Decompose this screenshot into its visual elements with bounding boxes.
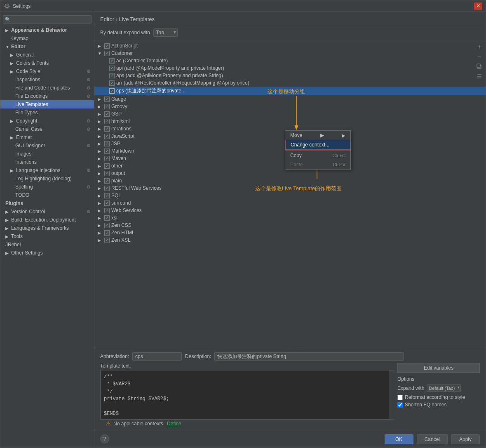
chk-gsp[interactable]	[104, 111, 110, 117]
tree-item-ac[interactable]: ac (Controler Template)	[94, 57, 486, 64]
remove-template-button[interactable]: －	[475, 52, 484, 61]
sidebar-item-colors-fonts[interactable]: ▶ Colors & Fonts	[0, 59, 94, 67]
help-button[interactable]: ?	[100, 434, 109, 443]
tree-item-output[interactable]: ▶ output	[94, 170, 486, 177]
chk-markdown[interactable]	[104, 149, 110, 154]
chk-customer[interactable]	[104, 51, 110, 56]
sidebar-item-log-highlighting[interactable]: Log Highlighting (Ideolog)	[0, 174, 94, 183]
sidebar-item-spelling[interactable]: Spelling ⚙	[0, 183, 94, 191]
sidebar-item-languages[interactable]: ▶ Languages & Frameworks	[0, 224, 94, 232]
sidebar-item-inspections[interactable]: Inspections ⚙	[0, 75, 94, 84]
chk-zen-xsl[interactable]	[104, 238, 110, 243]
edit-variables-button[interactable]: Edit variables	[397, 363, 480, 373]
editor-scrollbar[interactable]	[390, 370, 394, 420]
sidebar-item-file-types[interactable]: File Types	[0, 108, 94, 117]
sidebar-item-emmet[interactable]: ▶ Emmet	[0, 133, 94, 141]
tree-item-html-xml[interactable]: ▶ html/xml	[94, 118, 486, 125]
tree-item-sql[interactable]: ▶ SQL	[94, 192, 486, 199]
tree-item-groovy[interactable]: ▶ Groovy	[94, 103, 486, 110]
chk-surround[interactable]	[104, 200, 110, 206]
sidebar-item-file-templates[interactable]: File and Code Templates ⚙	[0, 84, 94, 92]
chk-zen-css[interactable]	[104, 223, 110, 228]
sidebar-item-appearance[interactable]: ▶ Appearance & Behavior	[0, 26, 94, 34]
sidebar-item-code-style[interactable]: ▶ Code Style ⚙	[0, 67, 94, 75]
tree-item-gsp[interactable]: ▶ GSP	[94, 110, 486, 118]
chk-sql[interactable]	[104, 193, 110, 198]
expand-select[interactable]: Tab Enter Space	[153, 28, 178, 37]
template-settings-button[interactable]	[475, 72, 484, 81]
sidebar-item-jrebel[interactable]: JRebel	[0, 241, 94, 249]
sidebar-item-editor[interactable]: ▼ Editor	[0, 42, 94, 51]
sidebar-item-other-settings[interactable]: ▶ Other Settings	[0, 249, 94, 257]
chk-actionscript[interactable]	[104, 43, 110, 49]
tri-customer: ▼	[98, 51, 103, 56]
tree-item-xsl[interactable]: ▶ xsl	[94, 214, 486, 222]
abbr-input[interactable]	[132, 352, 182, 361]
sidebar-item-plugins[interactable]: Plugins	[0, 199, 94, 207]
chk-xsl[interactable]	[104, 215, 110, 221]
sidebar-item-lang-injections[interactable]: ▶ Language Injections ⚙	[0, 166, 94, 174]
sidebar-item-build[interactable]: ▶ Build, Execution, Deployment	[0, 216, 94, 224]
tree-item-zen-css[interactable]: ▶ Zen CSS	[94, 222, 486, 229]
tree-item-surround[interactable]: ▶ surround	[94, 199, 486, 207]
chk-jsp[interactable]	[104, 141, 110, 146]
chk-js[interactable]	[104, 134, 110, 139]
chk-aps[interactable]	[109, 73, 115, 78]
tree-item-plain[interactable]: ▶ plain	[94, 177, 486, 184]
sidebar-item-todo[interactable]: TODO	[0, 191, 94, 199]
close-button[interactable]: ✕	[474, 2, 482, 10]
reformat-checkbox[interactable]	[397, 395, 403, 400]
ctx-copy[interactable]: Copy Ctrl+C	[285, 151, 350, 160]
sidebar-item-file-encodings[interactable]: File Encodings ⚙	[0, 92, 94, 100]
sidebar-item-version-control[interactable]: ▶ Version Control ⚙	[0, 207, 94, 216]
tree-item-gauge[interactable]: ▶ Gauge	[94, 95, 486, 103]
chk-groovy[interactable]	[104, 104, 110, 109]
chk-cps[interactable]	[109, 88, 115, 94]
expand-with-select[interactable]: Default (Tab) Tab Enter Space	[427, 384, 461, 392]
copy-template-button[interactable]	[475, 62, 484, 71]
chk-api[interactable]	[109, 66, 115, 71]
sidebar-item-copyright[interactable]: ▶ Copyright ⚙	[0, 117, 94, 125]
sidebar-item-tools[interactable]: ▶ Tools	[0, 232, 94, 241]
sidebar-item-live-templates[interactable]: Live Templates	[0, 100, 94, 108]
template-editor[interactable]: /** * $VAR2$ */ private String $VAR2$; $…	[100, 370, 390, 420]
chk-other[interactable]	[104, 163, 110, 169]
sidebar-item-general[interactable]: ▶ General	[0, 51, 94, 59]
tree-item-customer[interactable]: ▼ Customer	[94, 50, 486, 57]
tree-item-api[interactable]: api (add @ApiModelProperty and private I…	[94, 64, 486, 72]
sidebar-item-camel-case[interactable]: Camel Case ⚙	[0, 125, 94, 133]
tree-item-zen-html[interactable]: ▶ Zen HTML	[94, 229, 486, 236]
chk-maven[interactable]	[104, 156, 110, 161]
chk-iterations[interactable]	[104, 126, 110, 132]
tree-item-web-services[interactable]: ▶ Web Services	[94, 207, 486, 214]
desc-input[interactable]	[214, 352, 404, 361]
search-box[interactable]: 🔍	[3, 15, 92, 24]
chk-output[interactable]	[104, 171, 110, 176]
chk-zen-html[interactable]	[104, 230, 110, 236]
tree-item-actionscript[interactable]: ▶ ActionScript	[94, 42, 486, 50]
apply-button[interactable]: Apply	[451, 434, 480, 444]
tree-item-arr[interactable]: arr (add @RestController @RequestMapping…	[94, 79, 486, 87]
tree-item-aps[interactable]: aps (add @ApiModelProperty and private S…	[94, 72, 486, 79]
sidebar-item-images[interactable]: Images	[0, 150, 94, 158]
shorten-checkbox[interactable]	[397, 402, 403, 408]
search-input[interactable]	[12, 17, 89, 22]
ctx-change-context[interactable]: Change context...	[285, 140, 350, 150]
tree-item-zen-xsl[interactable]: ▶ Zen XSL	[94, 236, 486, 244]
sidebar-item-intentions[interactable]: Intentions	[0, 158, 94, 166]
chk-ws[interactable]	[104, 208, 110, 213]
ctx-move[interactable]: Move ▶	[285, 131, 350, 140]
chk-arr[interactable]	[109, 80, 115, 86]
chk-gauge[interactable]	[104, 97, 110, 102]
chk-ac[interactable]	[109, 58, 115, 64]
add-template-button[interactable]: ＋	[475, 42, 484, 51]
chk-plain[interactable]	[104, 178, 110, 184]
ok-button[interactable]: OK	[385, 434, 413, 444]
chk-restful[interactable]	[104, 186, 110, 191]
sidebar-item-keymap[interactable]: Keymap	[0, 34, 94, 42]
define-link[interactable]: Define	[167, 421, 181, 427]
chk-html[interactable]	[104, 119, 110, 124]
sidebar-item-gui-designer[interactable]: GUI Designer ⚙	[0, 141, 94, 150]
cancel-button[interactable]: Cancel	[417, 434, 448, 444]
expand-bar: By default expand with Tab Enter Space	[94, 25, 486, 40]
